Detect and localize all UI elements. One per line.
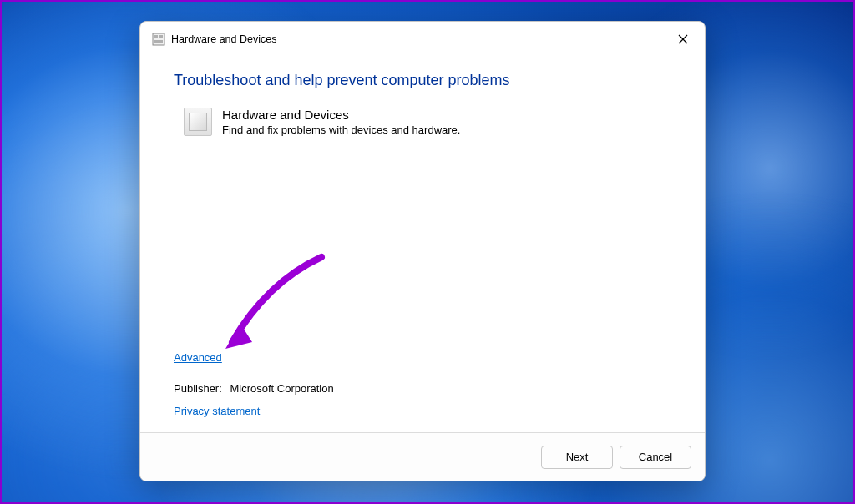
publisher-label: Publisher:: [174, 382, 222, 395]
next-button[interactable]: Next: [541, 446, 613, 469]
page-heading: Troubleshoot and help prevent computer p…: [174, 72, 671, 89]
privacy-statement-link[interactable]: Privacy statement: [174, 405, 260, 417]
publisher-row: Publisher: Microsoft Corporation: [174, 382, 671, 395]
svg-rect-3: [154, 40, 163, 43]
advanced-link[interactable]: Advanced: [174, 351, 222, 364]
spacer: [174, 136, 671, 350]
cancel-button[interactable]: Cancel: [620, 446, 691, 469]
close-button[interactable]: [668, 27, 698, 52]
svg-rect-2: [159, 35, 163, 38]
dialog-content: Troubleshoot and help prevent computer p…: [140, 57, 705, 432]
publisher-value: Microsoft Corporation: [230, 382, 333, 395]
app-icon: [152, 33, 165, 46]
svg-rect-1: [154, 35, 158, 38]
item-title: Hardware and Devices: [222, 108, 460, 122]
item-description: Find and fix problems with devices and h…: [222, 123, 460, 136]
hardware-icon: [184, 108, 212, 136]
troubleshooter-dialog: Hardware and Devices Troubleshoot and he…: [139, 21, 706, 481]
close-icon: [678, 34, 688, 44]
window-title: Hardware and Devices: [171, 33, 276, 45]
item-text: Hardware and Devices Find and fix proble…: [222, 108, 460, 136]
titlebar: Hardware and Devices: [140, 22, 705, 57]
troubleshooter-item: Hardware and Devices Find and fix proble…: [184, 108, 671, 136]
dialog-footer: Next Cancel: [140, 432, 705, 481]
